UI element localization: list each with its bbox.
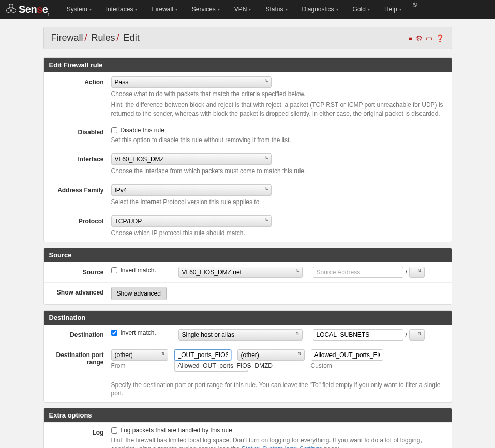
nav-services[interactable]: Services ▾ [185, 0, 227, 19]
dest-address-input[interactable] [313, 329, 403, 341]
dport-from-custom-input[interactable] [174, 349, 231, 361]
interface-select[interactable]: VL60_FIOS_DMZ [111, 153, 272, 165]
dest-mask-slash: / [406, 331, 408, 338]
disable-help: Set this option to disable this rule wit… [111, 136, 444, 145]
label-interface: Interface [44, 153, 111, 176]
source-type-select[interactable]: VL60_FIOS_DMZ net [178, 267, 303, 278]
label-log: Log [44, 427, 111, 448]
sliders-icon[interactable]: ≡ [408, 34, 412, 42]
dest-invert-label: Invert match. [121, 329, 156, 336]
chevron-down-icon: ▾ [368, 7, 370, 12]
protocol-help: Choose which IP protocol this rule shoul… [111, 229, 444, 238]
dport-help: Specify the destination port or port ran… [111, 381, 444, 398]
nav-vpn[interactable]: VPN ▾ [227, 0, 259, 19]
nav-interfaces[interactable]: Interfaces ▾ [99, 0, 145, 19]
source-invert-checkbox[interactable] [111, 267, 117, 273]
source-address-input[interactable] [313, 267, 403, 278]
panel-edit-rule: Edit Firewall rule Action Pass Choose wh… [43, 57, 452, 242]
chevron-down-icon: ▾ [399, 7, 401, 12]
nav-system[interactable]: System ▾ [59, 0, 99, 19]
panel-header-extra: Extra options [44, 408, 452, 422]
dport-from-label: From [111, 362, 168, 369]
log-checkbox[interactable] [111, 427, 117, 434]
help-icon[interactable]: ❓ [436, 34, 444, 42]
brand-logo[interactable]: Sense, [6, 4, 49, 16]
chevron-down-icon: ▾ [218, 7, 220, 12]
panel-source: Source Source Invert match. VL60_FIOS_DM… [43, 248, 452, 305]
page-actions: ≡ ⚙ ▭ ❓ [408, 34, 444, 42]
protocol-select[interactable]: TCP/UDP [111, 215, 272, 227]
chevron-down-icon: ▾ [89, 7, 92, 12]
nav-status[interactable]: Status ▾ [258, 0, 294, 19]
dest-invert-checkbox[interactable] [111, 330, 117, 336]
logout-icon[interactable]: ⎋ [413, 0, 417, 19]
breadcrumb-rules[interactable]: Rules [92, 33, 115, 43]
nav-firewall[interactable]: Firewall ▾ [144, 0, 184, 19]
dest-mask-select[interactable] [409, 329, 425, 341]
breadcrumb: Firewall/ Rules/ Edit [51, 33, 140, 43]
breadcrumb-firewall[interactable]: Firewall [51, 33, 83, 43]
panel-extra: Extra options Log Log packets that are h… [43, 408, 452, 448]
log-settings-link[interactable]: Status: System logs: Settings [242, 445, 322, 448]
label-protocol: Protocol [44, 215, 111, 238]
gear-icon[interactable]: ⚙ [416, 34, 423, 42]
breadcrumb-edit: Edit [124, 33, 140, 43]
panel-destination: Destination Destination Invert match. Si… [43, 310, 452, 403]
action-help: Choose what to do with packets that matc… [111, 90, 444, 99]
brand-text: Sense, [19, 4, 49, 16]
label-disabled: Disabled [44, 127, 111, 145]
panel-header-edit: Edit Firewall rule [44, 58, 452, 72]
dport-from-select[interactable]: (other) [111, 349, 168, 361]
label-source: Source [44, 267, 111, 278]
addrfam-select[interactable]: IPv4 [111, 184, 272, 196]
show-advanced-button[interactable]: Show advanced [111, 287, 167, 300]
label-destination: Destination [44, 329, 111, 341]
action-select[interactable]: Pass [111, 76, 272, 88]
nav-gold[interactable]: Gold ▾ [346, 0, 377, 19]
label-action: Action [44, 76, 111, 118]
dport-to-select[interactable]: (other) [237, 349, 305, 361]
disable-label: Disable this rule [121, 127, 164, 134]
log-label: Log packets that are handled by this rul… [121, 427, 232, 434]
dport-autocomplete-item[interactable]: Allowed_OUT_ports_FIOS_DMZD [174, 361, 248, 372]
interface-help: Choose the interface from which packets … [111, 167, 444, 176]
breadcrumb-bar: Firewall/ Rules/ Edit ≡ ⚙ ▭ ❓ [43, 27, 452, 49]
book-icon[interactable]: ▭ [426, 34, 432, 42]
dest-type-select[interactable]: Single host or alias [178, 329, 303, 341]
source-mask-select[interactable] [409, 267, 425, 278]
disable-checkbox[interactable] [111, 127, 117, 133]
nav-menu: System ▾ Interfaces ▾ Firewall ▾ Service… [59, 0, 417, 19]
nav-diagnostics[interactable]: Diagnostics ▾ [295, 0, 346, 19]
logo-icon [6, 4, 18, 15]
panel-header-source: Source [44, 248, 452, 262]
action-hint: Hint: the difference between block and r… [111, 101, 444, 118]
source-mask-slash: / [406, 268, 408, 276]
label-addrfam: Address Family [44, 184, 111, 207]
chevron-down-icon: ▾ [336, 7, 338, 12]
log-help: Hint: the firewall has limited local log… [111, 436, 444, 448]
addrfam-help: Select the Internet Protocol version thi… [111, 198, 444, 207]
chevron-down-icon: ▾ [175, 7, 177, 12]
dport-custom-label: Custom [311, 362, 383, 369]
chevron-down-icon: ▾ [286, 7, 288, 12]
nav-help[interactable]: Help ▾ [377, 0, 409, 19]
panel-header-destination: Destination [44, 311, 452, 325]
chevron-down-icon: ▾ [249, 7, 251, 12]
label-showadv: Show advanced [44, 287, 111, 300]
chevron-down-icon: ▾ [135, 7, 137, 12]
label-dport: Destination port range [44, 349, 111, 398]
dport-to-custom-input[interactable] [311, 349, 383, 361]
top-navbar: Sense, System ▾ Interfaces ▾ Firewall ▾ … [0, 0, 495, 19]
source-invert-label: Invert match. [121, 267, 156, 274]
